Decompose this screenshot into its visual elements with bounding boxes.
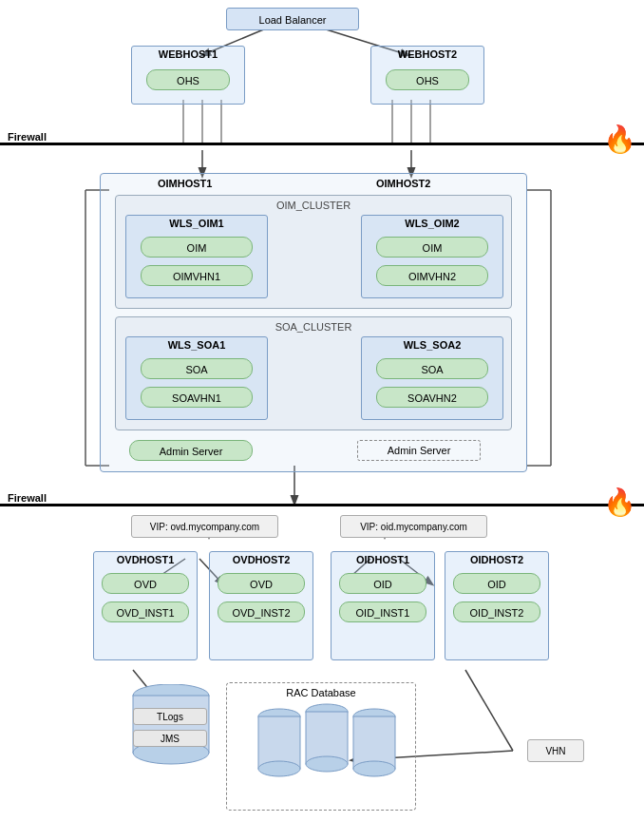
wls-oim1-label: WLS_OIM1: [126, 218, 267, 229]
vhn-box: VHN: [527, 739, 584, 762]
tlogs-jms-group: TLogs JMS: [128, 684, 214, 808]
oim-cluster-box: OIM_CLUSTER WLS_OIM1 OIM OIMVHN1 WLS_OIM…: [115, 195, 512, 309]
wls-oim2-label: WLS_OIM2: [362, 218, 502, 229]
rac-cylinder1: [256, 707, 303, 785]
jms-box: JMS: [133, 730, 207, 747]
wls-soa2-label: WLS_SOA2: [362, 339, 502, 351]
svg-line-18: [465, 670, 513, 751]
wls-soa1-box: WLS_SOA1 SOA SOAVHN1: [125, 336, 268, 420]
wls-soa1-label: WLS_SOA1: [126, 339, 267, 351]
vip1-box: VIP: ovd.mycompany.com: [131, 515, 278, 538]
tlogs-box: TLogs: [133, 708, 207, 725]
wls-soa2-box: WLS_SOA2 SOA SOAVHN2: [361, 336, 503, 420]
firewall1-label: Firewall: [8, 131, 47, 143]
firewall2-line: [0, 504, 644, 506]
ovdhost2-box: OVDHOST2 OVD OVD_INST2: [209, 551, 313, 660]
soa2-inner: SOA: [376, 358, 488, 379]
ovdinst1-inner: OVD_INST1: [102, 601, 189, 622]
rac-cylinder2: [303, 702, 350, 780]
load-balancer-label: Load Balancer: [259, 14, 327, 26]
oimvhn1-inner: OIMVHN1: [141, 265, 253, 286]
oidhost1-label: OIDHOST1: [331, 554, 434, 565]
oidhost2-box: OIDHOST2 OID OID_INST2: [445, 551, 549, 660]
firewall1-icon: 🔥: [603, 124, 636, 155]
ovdhost2-label: OVDHOST2: [210, 554, 313, 565]
rac-cylinder3: [350, 707, 398, 785]
oimhost1-label: OIMHOST1: [158, 178, 212, 189]
oidhost1-box: OIDHOST1 OID OID_INST1: [331, 551, 435, 660]
svg-point-28: [258, 761, 300, 776]
admin-server1-box: Admin Server: [129, 440, 253, 461]
oim-cluster-label: OIM_CLUSTER: [116, 200, 511, 211]
oimvhn2-inner: OIMVHN2: [376, 265, 488, 286]
oid2-inner: OID: [453, 573, 540, 594]
svg-point-34: [353, 761, 395, 776]
soa1-inner: SOA: [141, 358, 253, 379]
load-balancer-box: Load Balancer: [226, 8, 359, 30]
ovdhost1-box: OVDHOST1 OVD OVD_INST1: [93, 551, 198, 660]
oimhosts-region: OIMHOST1 OIMHOST2 OIM_CLUSTER WLS_OIM1 O…: [100, 173, 527, 472]
ovd1-inner: OVD: [102, 573, 189, 594]
vip2-box: VIP: oid.mycompany.com: [340, 515, 487, 538]
rac-database-label: RAC Database: [227, 687, 415, 698]
oid1-inner: OID: [339, 573, 426, 594]
firewall2-icon: 🔥: [603, 487, 636, 518]
oimhost2-label: OIMHOST2: [376, 178, 430, 189]
wls-oim1-box: WLS_OIM1 OIM OIMVHN1: [125, 215, 268, 298]
wls-oim2-box: WLS_OIM2 OIM OIMVHN2: [361, 215, 503, 298]
ovdinst2-inner: OVD_INST2: [218, 601, 305, 622]
oim1-inner: OIM: [141, 237, 253, 258]
webhost1-ohs: OHS: [146, 69, 230, 90]
firewall2-label: Firewall: [8, 492, 47, 504]
webhost1-label: WEBHOST1: [132, 48, 244, 60]
oidinst1-inner: OID_INST1: [339, 601, 426, 622]
ovdhost1-label: OVDHOST1: [94, 554, 197, 565]
soavhn1-inner: SOAVHN1: [141, 387, 253, 408]
soavhn2-inner: SOAVHN2: [376, 387, 488, 408]
webhost2-ohs: OHS: [386, 69, 469, 90]
oidhost2-label: OIDHOST2: [445, 554, 548, 565]
ovd2-inner: OVD: [218, 573, 305, 594]
admin-server2-label: Admin Server: [388, 445, 451, 456]
oidinst2-inner: OID_INST2: [453, 601, 540, 622]
rac-database-box: RAC Database: [226, 682, 416, 811]
admin-server2-box: Admin Server: [357, 440, 481, 461]
webhost2-box: WEBHOST2 OHS: [370, 46, 484, 105]
architecture-diagram: Load Balancer WEBHOST1 OHS WEBHOST2 OHS …: [0, 0, 644, 19]
webhost2-label: WEBHOST2: [371, 48, 483, 60]
soa-cluster-label: SOA_CLUSTER: [116, 321, 511, 333]
soa-cluster-box: SOA_CLUSTER WLS_SOA1 SOA SOAVHN1 WLS_SOA…: [115, 316, 512, 430]
webhost1-box: WEBHOST1 OHS: [131, 46, 245, 105]
oim2-inner: OIM: [376, 237, 488, 258]
svg-point-31: [306, 756, 348, 772]
firewall1-line: [0, 143, 644, 145]
